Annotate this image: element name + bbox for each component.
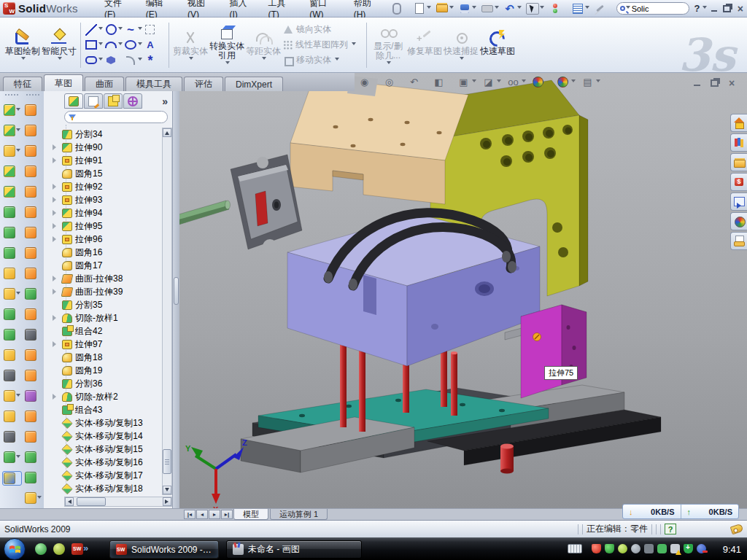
commandmanager-tab[interactable]: 特征	[3, 77, 42, 91]
tree-item[interactable]: 圆角16	[61, 246, 160, 259]
task-pane-button[interactable]	[730, 114, 747, 132]
tree-item[interactable]: 圆角18	[61, 351, 160, 364]
toolbar-button[interactable]: 快速捕捉	[443, 27, 479, 63]
expand-arrow-icon[interactable]	[53, 144, 59, 150]
model-tab[interactable]: 模型	[233, 509, 268, 520]
expand-arrow-icon[interactable]	[53, 210, 59, 216]
tree-item[interactable]: 实体-移动/复制15	[61, 443, 160, 456]
scroll-up-arrow-icon[interactable]	[163, 128, 171, 137]
health-tray-icon[interactable]	[684, 544, 693, 553]
tree-item[interactable]: 曲面-拉伸38	[61, 272, 160, 285]
tree-item[interactable]: 切除-放样1	[61, 311, 160, 324]
expand-arrow-icon[interactable]	[53, 315, 59, 321]
quick-launch-solidworks-icon[interactable]	[71, 543, 83, 555]
expand-arrow-icon[interactable]	[53, 276, 59, 281]
commandmanager-tab[interactable]: 模具工具	[125, 77, 182, 91]
device-tray-icon[interactable]	[644, 544, 654, 553]
help-menu[interactable]: ?	[692, 3, 703, 14]
tree-item[interactable]: 分割36	[61, 377, 160, 390]
tree-item[interactable]: 实体-移动/复制16	[61, 456, 160, 469]
commandmanager-tab[interactable]: 曲面	[85, 77, 124, 91]
close-button[interactable]: ×	[734, 3, 747, 15]
expand-arrow-icon[interactable]	[53, 223, 59, 229]
expand-arrow-icon[interactable]	[53, 184, 59, 190]
search-input[interactable]	[630, 4, 677, 13]
language-keyboard-icon[interactable]	[568, 544, 582, 553]
toolbar-row-button[interactable]: 镜向实体	[283, 23, 363, 36]
panel-tab[interactable]	[123, 93, 142, 109]
task-pane-button[interactable]	[730, 192, 747, 211]
horizontal-scroll-thumb[interactable]	[77, 497, 106, 506]
expand-arrow-icon[interactable]	[53, 158, 59, 163]
tree-horizontal-scrollbar[interactable]	[64, 497, 172, 507]
network-warning-tray-icon[interactable]	[670, 544, 680, 553]
tree-item[interactable]: 组合42	[61, 324, 160, 338]
tree-item[interactable]: 圆角19	[61, 364, 160, 377]
tree-item[interactable]: 实体-移动/复制17	[61, 469, 160, 482]
quick-launch-messenger-icon[interactable]	[35, 543, 47, 555]
cavity-block-tan[interactable]	[290, 76, 468, 204]
quick-tips-help-button[interactable]: ?	[665, 524, 676, 534]
sprue-assembly-gray[interactable]	[179, 155, 302, 254]
next-tab-button[interactable]: ▸	[209, 510, 220, 519]
commandmanager-tab[interactable]: DimXpert	[225, 77, 283, 91]
commandmanager-tab[interactable]: 草图	[44, 74, 83, 91]
tree-item[interactable]: 切除-放样2	[61, 390, 160, 403]
previous-tab-button[interactable]: ◂	[196, 510, 208, 519]
tree-item[interactable]: 拉伸96	[61, 233, 160, 246]
toolbar-button[interactable]: 草图绘制	[4, 27, 41, 63]
splitter-handle[interactable]	[174, 277, 179, 305]
restore-button[interactable]	[721, 3, 734, 15]
toolbar-button[interactable]: 转换实体引用	[209, 22, 245, 68]
quick-launch-app-icon[interactable]	[53, 543, 65, 555]
toolbar-row-button[interactable]: 线性草图阵列	[283, 39, 363, 51]
usb-tray-icon[interactable]	[657, 544, 667, 553]
quick-launch-chevron[interactable]: »	[83, 542, 88, 553]
scroll-down-arrow-icon[interactable]	[163, 486, 171, 494]
start-button[interactable]	[4, 538, 26, 560]
tree-item[interactable]: 圆角17	[61, 259, 160, 272]
toolbar-button[interactable]: 智能尺寸	[41, 27, 77, 63]
first-tab-button[interactable]: |◂	[184, 510, 196, 519]
vertical-scroll-thumb[interactable]	[163, 449, 171, 474]
tree-item[interactable]: 组合43	[61, 403, 160, 416]
tree-item[interactable]: 实体-移动/复制18	[61, 482, 160, 495]
volume-tray-icon[interactable]	[631, 544, 640, 553]
taskbar-window-button[interactable]: SolidWorks 2009 - ...	[109, 540, 219, 559]
graphics-viewport[interactable]: Y Z X 拉伸75	[179, 73, 747, 508]
toolbar-button[interactable]: 等距实体	[245, 27, 282, 63]
task-pane-button[interactable]	[730, 133, 747, 152]
toolbar-row-button[interactable]: 移动实体	[283, 54, 363, 66]
tree-item[interactable]: 实体-移动/复制14	[61, 429, 160, 443]
task-pane-button[interactable]	[730, 173, 747, 191]
tree-item[interactable]: 分割34	[61, 128, 160, 141]
tree-item[interactable]: 曲面-拉伸39	[61, 285, 160, 298]
scroll-left-arrow-icon[interactable]	[65, 497, 74, 506]
tree-item[interactable]: 拉伸92	[61, 180, 160, 193]
tree-item[interactable]: 实体-移动/复制13	[61, 416, 160, 429]
sync-blocked-tray-icon[interactable]	[697, 544, 706, 553]
tree-item[interactable]: 分割35	[61, 298, 160, 311]
pin-cylinder-right[interactable]	[500, 444, 514, 474]
tree-vertical-scrollbar[interactable]	[162, 128, 172, 495]
panel-tab[interactable]	[84, 93, 103, 109]
taskbar-window-button[interactable]: 未命名 - 画图	[226, 540, 362, 559]
tree-filter-box[interactable]	[64, 111, 168, 123]
toolbar-button[interactable]: 剪裁实体	[172, 27, 209, 63]
expand-arrow-icon[interactable]	[53, 236, 59, 242]
panel-overflow-chevron[interactable]: »	[162, 96, 168, 107]
scroll-right-arrow-icon[interactable]	[163, 497, 171, 506]
tree-item[interactable]: 拉伸91	[61, 154, 160, 167]
tree-item[interactable]: 拉伸93	[61, 193, 160, 206]
antivirus-tray-icon[interactable]	[592, 544, 601, 553]
tree-item[interactable]: 拉伸97	[61, 338, 160, 351]
panel-tab[interactable]	[104, 93, 123, 109]
expand-arrow-icon[interactable]	[53, 341, 59, 347]
tree-item[interactable]: 圆角15	[61, 167, 160, 180]
expand-arrow-icon[interactable]	[53, 394, 59, 400]
commandmanager-tab[interactable]: 评估	[184, 77, 223, 91]
tags-icon[interactable]	[730, 524, 744, 534]
panel-tab[interactable]	[64, 93, 83, 109]
minimize-button[interactable]	[707, 3, 720, 15]
last-tab-button[interactable]: ▸|	[221, 510, 233, 519]
